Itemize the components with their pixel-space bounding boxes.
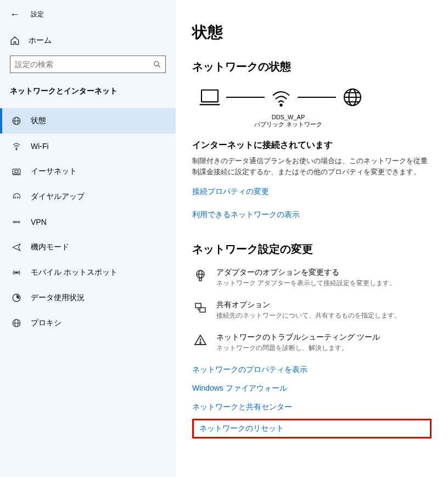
section-title-change: ネットワーク設定の変更 — [192, 242, 432, 257]
nav-item-ethernet[interactable]: イーサネット — [0, 159, 176, 184]
link-list: ネットワークのプロパティを表示 Windows ファイアウォール ネットワークと… — [192, 365, 432, 439]
svg-point-21 — [280, 104, 282, 106]
connected-desc: 制限付きのデータ通信プランをお使いの場合は、このネットワークを従量制課金接続に設… — [192, 156, 432, 177]
setting-title: ネットワークのトラブルシューティング ツール — [216, 332, 380, 342]
setting-desc: 接続先のネットワークについて、共有するものを指定します。 — [216, 311, 401, 320]
link-firewall[interactable]: Windows ファイアウォール — [192, 384, 432, 393]
adapter-icon — [192, 268, 209, 282]
back-icon[interactable]: ← — [10, 9, 23, 20]
setting-title: アダプターのオプションを変更する — [216, 268, 396, 278]
network-type: パブリック ネットワーク — [247, 120, 329, 129]
page-title: 状態 — [192, 22, 432, 43]
nav-label: 状態 — [23, 116, 46, 126]
nav-item-wifi[interactable]: Wi-Fi — [0, 134, 176, 159]
setting-sharing[interactable]: 共有オプション 接続先のネットワークについて、共有するものを指定します。 — [192, 300, 432, 320]
svg-rect-6 — [13, 169, 20, 174]
airplane-icon — [10, 242, 23, 252]
svg-point-36 — [200, 342, 201, 343]
link-network-reset[interactable]: ネットワークのリセット — [192, 419, 432, 439]
nav-label: プロキシ — [23, 318, 61, 328]
nav-item-proxy[interactable]: プロキシ — [0, 310, 176, 336]
nav-label: イーサネット — [23, 167, 77, 176]
setting-desc: ネットワークの問題を診断し、解決します。 — [216, 343, 380, 353]
nav-label: 機内モード — [23, 242, 69, 252]
svg-rect-31 — [195, 303, 201, 308]
wifi-icon — [10, 141, 23, 151]
network-labels: DDS_W_AP パブリック ネットワーク — [247, 114, 329, 129]
network-name: DDS_W_AP — [247, 114, 329, 120]
svg-rect-7 — [15, 170, 18, 173]
data-icon — [10, 293, 23, 303]
svg-point-14 — [16, 272, 18, 274]
link-sharing-center[interactable]: ネットワークと共有センター — [192, 402, 432, 412]
nav-item-data[interactable]: データ使用状況 — [0, 285, 176, 310]
nav-label: VPN — [23, 218, 47, 226]
nav-label: モバイル ホットスポット — [23, 268, 117, 278]
computer-icon — [198, 85, 222, 109]
home-button[interactable]: ホーム — [0, 30, 176, 56]
svg-rect-19 — [201, 90, 218, 102]
header-title: 設定 — [23, 10, 44, 19]
search-box[interactable] — [10, 56, 166, 73]
svg-rect-32 — [200, 308, 205, 312]
search-input[interactable] — [15, 60, 153, 69]
svg-point-10 — [18, 197, 19, 198]
setting-title: 共有オプション — [216, 300, 401, 310]
svg-point-12 — [18, 221, 20, 223]
nav-list: 状態 Wi-Fi イーサネット ダイヤルアップ VPN — [0, 103, 176, 336]
connected-title: インターネットに接続されています — [192, 140, 432, 151]
nav-label: Wi-Fi — [23, 142, 49, 151]
ethernet-icon — [10, 167, 23, 176]
wifi-signal-icon — [269, 85, 293, 109]
nav-item-airplane[interactable]: 機内モード — [0, 235, 176, 260]
nav-label: データ使用状況 — [23, 293, 85, 303]
nav-item-hotspot[interactable]: モバイル ホットスポット — [0, 260, 176, 285]
hotspot-icon — [10, 268, 23, 278]
header: ← 設定 — [0, 5, 176, 30]
link-connection-props[interactable]: 接続プロパティの変更 — [192, 187, 269, 197]
warning-icon — [192, 332, 209, 347]
nav-item-dialup[interactable]: ダイヤルアップ — [0, 184, 176, 209]
setting-desc: ネットワーク アダプターを表示して接続設定を変更します。 — [216, 279, 396, 288]
section-title-status: ネットワークの状態 — [192, 59, 432, 74]
svg-line-1 — [158, 65, 160, 68]
svg-point-5 — [16, 149, 17, 150]
globe-icon — [340, 85, 365, 109]
svg-rect-30 — [199, 278, 201, 281]
home-icon — [10, 36, 21, 46]
nav-label: ダイヤルアップ — [23, 192, 85, 202]
sidebar: ← 設定 ホーム ネットワークとインターネット 状態 Wi-Fi — [0, 0, 176, 477]
setting-troubleshoot[interactable]: ネットワークのトラブルシューティング ツール ネットワークの問題を診断し、解決し… — [192, 332, 432, 353]
svg-point-0 — [154, 62, 159, 66]
search-wrap — [10, 56, 166, 73]
home-label: ホーム — [21, 36, 52, 46]
connection-line — [226, 97, 265, 98]
status-icon — [10, 116, 23, 126]
dialup-icon — [10, 192, 23, 202]
network-diagram — [192, 85, 432, 109]
svg-point-11 — [13, 221, 15, 223]
svg-point-9 — [15, 197, 16, 198]
connection-line — [298, 97, 336, 98]
proxy-icon — [10, 318, 23, 328]
nav-item-vpn[interactable]: VPN — [0, 209, 176, 235]
link-network-props[interactable]: ネットワークのプロパティを表示 — [192, 365, 432, 375]
vpn-icon — [10, 217, 23, 227]
sharing-icon — [192, 300, 209, 314]
main-content: 状態 ネットワークの状態 DDS_W_AP パブリック ネットワーク インターネ… — [176, 0, 448, 477]
setting-adapter[interactable]: アダプターのオプションを変更する ネットワーク アダプターを表示して接続設定を変… — [192, 268, 432, 288]
search-icon — [153, 60, 161, 68]
nav-item-status[interactable]: 状態 — [0, 108, 176, 134]
link-available-networks[interactable]: 利用できるネットワークの表示 — [192, 210, 300, 220]
category-title: ネットワークとインターネット — [0, 83, 176, 103]
